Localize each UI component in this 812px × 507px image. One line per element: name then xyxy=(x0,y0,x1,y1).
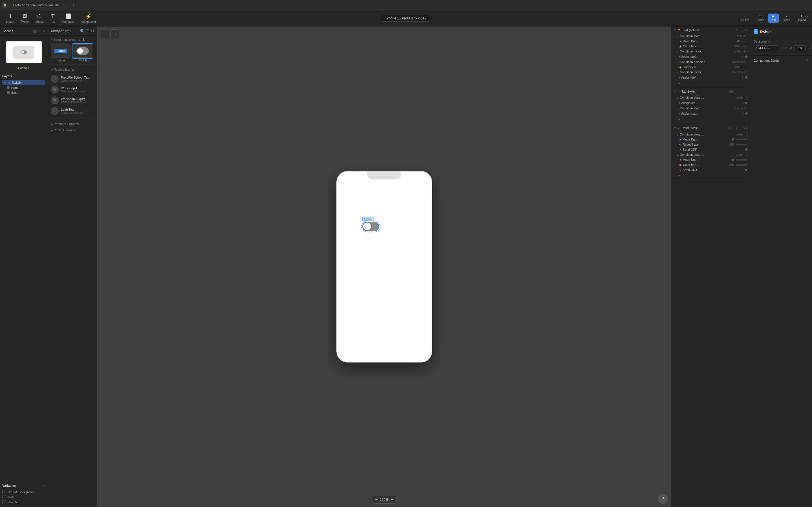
tap-header[interactable]: ▼ ☞ Tap Switch 0 ··· 0.2 xyxy=(671,88,750,95)
layer-expand-icon: ▼ xyxy=(3,81,6,84)
condition-state-1-detect-text: Condition state ... xyxy=(680,153,735,156)
canvas[interactable]: ← → Switch − 150% + ? xyxy=(97,26,671,507)
team-libraries-header: ▼ Team Libraries + xyxy=(48,66,97,72)
add-personal-library-btn[interactable]: + xyxy=(92,122,94,126)
condition-invalid-1-meta: state ≠ 1 s xyxy=(734,50,748,53)
detect-time-end: 0.2 xyxy=(744,126,748,129)
hex-input[interactable] xyxy=(756,45,779,51)
nav-back-btn[interactable]: ← xyxy=(100,29,109,38)
var-disabled-name: disabled xyxy=(8,501,19,504)
main-toolbar: ⬇ Import 🖼 Media ⬡ Shape T Text ⬜ Contai… xyxy=(0,10,812,26)
refresh-btn[interactable]: ↻ xyxy=(91,29,94,33)
action-move-kno-detect-2-text: Move Kno... xyxy=(682,158,730,161)
switch-body[interactable] xyxy=(362,222,379,231)
action-color-base-1-text: Color bas... xyxy=(683,45,734,48)
public-arrow: ▶ xyxy=(51,129,54,132)
color-expand-btn[interactable]: ↗ xyxy=(790,47,792,50)
scene-1-thumb[interactable] xyxy=(6,41,42,63)
library-leahteam[interactable]: L Leah Team Online Workshop • 1 xyxy=(51,106,94,116)
help-btn[interactable]: ? xyxy=(658,494,668,504)
tab-close-btn[interactable]: × xyxy=(63,3,64,6)
button-label: Button xyxy=(57,59,65,62)
opacity-input[interactable] xyxy=(794,45,806,51)
add-action-start-btn[interactable]: + xyxy=(678,81,680,86)
action-close-tap-2[interactable]: ✕ xyxy=(741,112,744,115)
var-disabled[interactable]: × disabled xyxy=(2,500,45,505)
detect-close-btn[interactable]: ✕ xyxy=(728,126,733,130)
media-tool[interactable]: 🖼 Media xyxy=(18,12,31,24)
components-title: Components xyxy=(51,29,79,33)
import-tool[interactable]: ⬇ Import xyxy=(3,12,17,24)
action-move-kno-detect-1: ✦ Move Kno... xyxy=(676,137,749,142)
container-tool[interactable]: ⬜ Container xyxy=(59,12,77,24)
text-tool[interactable]: T Text xyxy=(48,12,58,24)
start-header[interactable]: ▼ ⚑ Start (set initi... 0 ··· 0.2 xyxy=(671,26,750,34)
action-assign-def-2-text: Assign def... xyxy=(681,76,740,79)
personal-libraries-header: ▶ Personal Libraries + xyxy=(48,120,97,127)
library-workshopaugust[interactable]: W Workshop August Online Workshop • 2 xyxy=(51,95,94,106)
switch-knob-preview xyxy=(77,48,83,54)
condition-disabled: ⟁ Condition disabled disabled = 1 xyxy=(676,59,749,64)
component-tool[interactable]: ⚡ Component xyxy=(79,12,99,24)
component-guide-section: Component Guide ✎ xyxy=(750,56,812,65)
add-action-detect-btn[interactable]: + xyxy=(678,173,680,178)
switch-on-canvas[interactable]: Switch xyxy=(362,217,379,231)
layer-base[interactable]: Base xyxy=(2,90,45,95)
component-guide-header: Component Guide ✎ xyxy=(754,59,809,62)
component-guide-edit-btn[interactable]: ✎ xyxy=(806,59,809,62)
cloud-btn[interactable]: ☁ Cloud xyxy=(780,13,793,23)
action-close-1[interactable]: ✕ xyxy=(741,55,744,59)
tap-time-start: 0 xyxy=(736,90,737,93)
scenes-list: Scene 1 xyxy=(0,36,48,72)
titlebar: 🏠 ProtoPie School - Interaction Libr... … xyxy=(0,0,812,10)
new-tab-btn[interactable]: + xyxy=(70,2,76,8)
var-state[interactable]: × state xyxy=(2,495,45,500)
import-local-btn[interactable]: ⬇ xyxy=(82,38,86,42)
run-btn[interactable]: ▶ Run xyxy=(768,13,779,23)
condition-icon-2: ⟁ xyxy=(677,50,679,53)
upload-btn[interactable]: ⬆ Upload xyxy=(794,13,809,23)
add-scene-btn[interactable]: + xyxy=(39,29,41,33)
var-onStateBackground[interactable]: × onStateBackground... xyxy=(2,490,45,495)
scenes-panel: Scenes 1 + ≡ Scene 1 Layers ▼ ◈ Sw xyxy=(0,26,48,507)
add-variable-btn[interactable]: + xyxy=(43,483,45,488)
local-components-grid: Label Button Switch xyxy=(48,43,97,63)
preview-label: Preview xyxy=(739,18,749,22)
add-team-library-btn[interactable]: + xyxy=(92,67,94,72)
active-tab[interactable]: ProtoPie School - Interaction Libr... × xyxy=(10,2,68,8)
detect-header[interactable]: ▼ ◎ Detect state ✕ 0 ··· 0.2 xyxy=(671,124,750,132)
library-protopieschool[interactable]: P ProtoPie School Te... Online Workshop … xyxy=(51,73,94,84)
shape-tool[interactable]: ⬡ Shape xyxy=(33,12,47,24)
start-icon: ⚑ xyxy=(677,28,680,32)
search-components-btn[interactable]: 🔍 xyxy=(80,29,85,33)
detect-body: ⟁ Condition state ... state = 0 ✦ Move K… xyxy=(671,132,750,180)
variables-title: Variables xyxy=(2,484,16,487)
device-selector[interactable]: iPhone 11 Pro/X 375 × 812 xyxy=(381,15,431,22)
nav-forward-btn[interactable]: → xyxy=(110,29,119,38)
zoom-out-btn[interactable]: − xyxy=(375,497,377,502)
interaction-panel: ▼ ⚑ Start (set initi... 0 ··· 0.2 ⟁ Cond… xyxy=(671,26,750,507)
comp-button[interactable]: Label Button xyxy=(51,44,70,62)
scenes-options-btn[interactable]: ≡ xyxy=(43,29,45,33)
color-swatch[interactable] xyxy=(754,45,754,51)
action-close-2[interactable]: ✕ xyxy=(741,75,744,79)
zoom-in-btn[interactable]: + xyxy=(391,497,393,502)
library-workshop1[interactable]: W Workshop 1 Online Workshop • 1 xyxy=(51,84,94,95)
condition-state-1-text: Condition state ... xyxy=(680,34,735,38)
switch-thumb xyxy=(73,44,93,58)
layer-knob[interactable]: Knob xyxy=(2,85,45,90)
layer-base-name: Base xyxy=(11,91,18,94)
action-dot-1 xyxy=(737,40,740,42)
comp-switch[interactable]: Switch xyxy=(73,44,93,62)
local-component-section: ▼ Local Component + ⬇ xyxy=(48,36,97,43)
device-btn[interactable]: 📱 Device xyxy=(753,13,767,23)
list-view-btn[interactable]: ☰ xyxy=(86,29,90,33)
add-local-component-btn[interactable]: + xyxy=(79,38,81,42)
component-layer-icon: ◈ xyxy=(8,81,10,84)
action-close-tap-1[interactable]: ✕ xyxy=(741,101,744,105)
scene-1-label: Scene 1 xyxy=(18,66,29,69)
add-action-tap-btn[interactable]: + xyxy=(678,117,680,122)
layer-switch[interactable]: ▼ ◈ Switch xyxy=(2,80,45,85)
start-body: ⟁ Condition state ... state = 1 ✦ Move K… xyxy=(671,34,750,88)
preview-btn[interactable]: ▭ Preview xyxy=(736,13,752,23)
